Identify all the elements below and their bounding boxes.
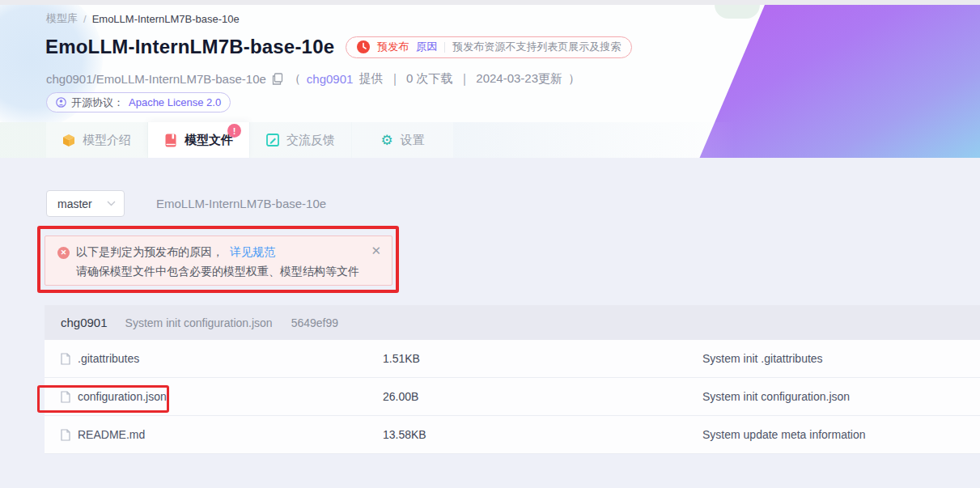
tab-alert-badge: ! — [227, 124, 241, 138]
file-size: 26.00B — [383, 390, 702, 403]
file-size: 1.51KB — [383, 352, 702, 365]
license-label: 开源协议： — [71, 95, 124, 110]
table-row: .gitattributes 1.51KB System init .gitat… — [45, 340, 980, 378]
license-person-icon — [56, 97, 66, 108]
commit-author[interactable]: chg0901 — [61, 316, 108, 329]
file-table: chg0901 System init configuration.json 5… — [45, 305, 980, 454]
file-icon — [61, 353, 70, 365]
chevron-down-icon — [107, 201, 116, 206]
error-circle-icon: ✕ — [57, 247, 70, 259]
license-value-link[interactable]: Apache License 2.0 — [129, 96, 221, 108]
provider-link[interactable]: chg0901 — [307, 72, 354, 86]
meta-open-paren: （ — [289, 71, 301, 87]
file-icon — [61, 429, 70, 441]
copy-icon[interactable] — [272, 73, 283, 85]
license-badge[interactable]: 开源协议： Apache License 2.0 — [46, 92, 231, 112]
tab-model-intro[interactable]: 模型介绍 — [46, 122, 147, 158]
tab-feedback-label: 交流反馈 — [286, 133, 335, 148]
title-row: EmoLLM-InternLM7B-base-10e 预发布 原因 预发布资源不… — [45, 36, 632, 58]
page-title: EmoLLM-InternLM7B-base-10e — [45, 36, 334, 58]
prerelease-status-label: 预发布 — [377, 40, 409, 54]
prerelease-reason-link[interactable]: 原因 — [416, 40, 437, 54]
table-row: README.md 13.58KB System update meta inf… — [45, 416, 980, 454]
tab-model-intro-label: 模型介绍 — [83, 133, 131, 148]
tab-model-files[interactable]: 模型文件 ! — [148, 122, 249, 158]
repo-path: chg0901/EmoLLM-InternLM7B-base-10e — [46, 72, 266, 86]
tab-settings-label: 设置 — [401, 133, 425, 148]
meta-close-paren: ） — [568, 71, 580, 87]
repo-subtitle: chg0901/EmoLLM-InternLM7B-base-10e （chg0… — [46, 71, 580, 87]
cube-icon — [62, 134, 75, 147]
branch-selector[interactable]: master — [46, 190, 125, 217]
file-link-readme[interactable]: README.md — [61, 428, 383, 441]
meta-separator-2: ｜ — [459, 71, 471, 87]
updated-date: 2024-03-23更新 — [476, 71, 562, 87]
tab-settings[interactable]: ⚙ 设置 — [352, 122, 453, 158]
model-repo-page: 模型库 / EmoLLM-InternLM7B-base-10e EmoLLM-… — [0, 0, 980, 488]
alert-line-1: ✕ 以下是判定为预发布的原因， 详见规范 — [57, 245, 392, 260]
file-commit-description: System init configuration.json — [702, 390, 980, 403]
alert-text-2: 请确保模型文件中包含必要的模型权重、模型结构等文件 — [76, 265, 392, 279]
green-blob-decoration — [715, 5, 760, 19]
clock-icon — [357, 40, 370, 53]
latest-commit-bar: chg0901 System init configuration.json 5… — [45, 305, 980, 340]
file-commit-description: System init .gitattributes — [702, 352, 980, 365]
file-name-label: configuration.json — [78, 390, 167, 403]
page-header: 模型库 / EmoLLM-InternLM7B-base-10e EmoLLM-… — [0, 5, 980, 158]
file-size: 13.58KB — [383, 428, 702, 441]
prerelease-alert: ✕ 以下是判定为预发布的原因， 详见规范 请确保模型文件中包含必要的模型权重、模… — [45, 236, 392, 286]
gear-icon: ⚙ — [380, 134, 392, 147]
file-link-configuration-json[interactable]: configuration.json — [61, 390, 383, 403]
repo-name-label: EmoLLM-InternLM7B-base-10e — [156, 197, 326, 210]
alert-close-icon[interactable]: ✕ — [371, 244, 381, 258]
commit-hash[interactable]: 5649ef99 — [291, 316, 338, 329]
alert-text-1: 以下是判定为预发布的原因， — [76, 245, 223, 260]
badge-divider — [444, 42, 445, 53]
file-link-gitattributes[interactable]: .gitattributes — [61, 352, 383, 365]
file-name-label: .gitattributes — [78, 352, 139, 365]
table-row: configuration.json 26.00B System init co… — [45, 378, 980, 416]
file-name-label: README.md — [78, 428, 145, 441]
prerelease-note: 预发布资源不支持列表页展示及搜索 — [452, 40, 621, 54]
breadcrumb-current: EmoLLM-InternLM7B-base-10e — [92, 13, 240, 25]
meta-separator-1: ｜ — [388, 71, 401, 87]
prerelease-badge: 预发布 原因 预发布资源不支持列表页展示及搜索 — [346, 36, 632, 58]
file-commit-description: System update meta information — [702, 428, 980, 441]
branch-selected-value: master — [57, 197, 92, 210]
edit-icon — [266, 134, 279, 146]
breadcrumb-separator: / — [83, 13, 87, 25]
main-content: master EmoLLM-InternLM7B-base-10e ✕ 以下是判… — [0, 158, 980, 488]
book-icon — [164, 134, 177, 147]
tab-feedback[interactable]: 交流反馈 — [250, 122, 351, 158]
file-icon — [61, 391, 70, 403]
breadcrumb-model-library-link[interactable]: 模型库 — [46, 11, 78, 26]
provider-suffix: 提供 — [358, 71, 383, 87]
branch-row: master EmoLLM-InternLM7B-base-10e — [46, 190, 326, 217]
commit-message: System init configuration.json — [125, 316, 273, 329]
download-count: 0 次下载 — [406, 71, 453, 87]
tab-bar: 模型介绍 模型文件 ! 交流反馈 ⚙ 设置 — [0, 122, 980, 158]
breadcrumb: 模型库 / EmoLLM-InternLM7B-base-10e — [46, 11, 240, 26]
tab-model-files-label: 模型文件 — [185, 133, 233, 148]
spec-link[interactable]: 详见规范 — [230, 245, 275, 260]
